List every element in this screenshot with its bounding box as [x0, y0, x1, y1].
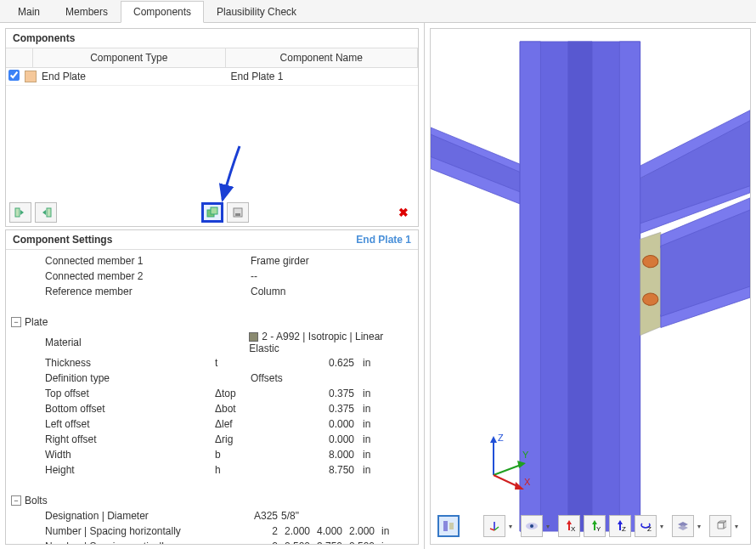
svg-marker-15	[568, 42, 592, 531]
dropdown-icon[interactable]: ▾	[546, 523, 555, 530]
svg-marker-46	[678, 525, 688, 530]
save-button[interactable]	[227, 202, 249, 223]
end-plate-render	[640, 232, 661, 335]
col-name: Component Name	[226, 48, 419, 67]
tab-members[interactable]: Members	[53, 1, 121, 23]
svg-text:Z: Z	[498, 434, 504, 443]
prop-connected-2[interactable]: Connected member 2 --	[6, 269, 418, 284]
svg-marker-20	[490, 436, 497, 443]
prop-material[interactable]: Material 2 - A992 | Isotropic | Linear E…	[6, 330, 418, 355]
move-right-button[interactable]	[35, 202, 57, 223]
collapse-icon[interactable]: −	[11, 495, 21, 506]
svg-marker-42	[618, 520, 623, 524]
view-eye-button[interactable]	[521, 515, 543, 537]
viewport-toolbar: ▾ ▾ X Y Z Z ▾ ▾ ▾	[437, 515, 743, 537]
svg-rect-28	[443, 521, 448, 531]
svg-text:Z: Z	[647, 525, 652, 532]
dropdown-icon[interactable]: ▾	[697, 523, 706, 530]
svg-point-34	[530, 524, 533, 528]
svg-text:Y: Y	[596, 525, 601, 532]
components-columns: Component Type Component Name	[6, 48, 418, 68]
prop-bot-off[interactable]: Bottom offset Δbot 0.375 in	[6, 401, 418, 416]
tab-bar: Main Members Components Plausibility Che…	[0, 0, 756, 23]
svg-marker-23	[517, 461, 526, 468]
svg-rect-5	[235, 213, 240, 216]
tab-components[interactable]: Components	[121, 1, 204, 23]
svg-line-22	[494, 465, 521, 475]
section-bolts[interactable]: − Bolts	[6, 493, 418, 508]
settings-panel: Component Settings End Plate 1 Connected…	[5, 229, 419, 545]
view-rotate-z-button[interactable]: Z	[635, 515, 657, 537]
prop-spacing-v[interactable]: Number | Spacing vertically 2 2.500 3.75…	[6, 539, 418, 545]
row-type: End Plate	[40, 71, 229, 82]
dropdown-icon[interactable]: ▾	[660, 523, 669, 530]
axis-gizmo: Z Y X	[473, 434, 533, 496]
svg-marker-36	[567, 520, 572, 524]
prop-spacing-h[interactable]: Number | Spacing horizontally 2 2.000 4.…	[6, 524, 418, 539]
section-plate[interactable]: − Plate	[6, 314, 418, 330]
prop-right-off[interactable]: Right offset Δrig 0.000 in	[6, 432, 418, 447]
components-toolbar: ✖	[6, 199, 418, 226]
svg-marker-49	[724, 521, 726, 529]
collapse-icon[interactable]: −	[11, 317, 21, 327]
row-checkbox[interactable]	[8, 70, 20, 81]
settings-header: Component Settings End Plate 1	[6, 230, 418, 250]
svg-marker-39	[592, 520, 597, 524]
row-name: End Plate 1	[229, 71, 419, 82]
svg-text:Y: Y	[522, 450, 529, 460]
bolt-render	[643, 293, 658, 305]
view-y-button[interactable]: Y	[584, 515, 606, 537]
dropdown-icon[interactable]: ▾	[509, 523, 517, 530]
svg-marker-26	[515, 482, 524, 490]
svg-rect-0	[15, 208, 20, 217]
svg-marker-14	[619, 42, 640, 531]
prop-def-type[interactable]: Definition type Offsets	[6, 371, 418, 386]
settings-title: Component Settings	[13, 234, 112, 246]
view-axis-button[interactable]	[483, 515, 505, 537]
components-title: Components	[13, 32, 75, 44]
prop-left-off[interactable]: Left offset Δlef 0.000 in	[6, 416, 418, 432]
dropdown-icon[interactable]: ▾	[735, 523, 743, 530]
prop-width[interactable]: Width b 8.000 in	[6, 447, 418, 462]
view-z-button[interactable]: Z	[609, 515, 631, 537]
svg-rect-3	[211, 207, 217, 214]
view-x-button[interactable]: X	[558, 515, 580, 537]
row-color-swatch	[25, 71, 37, 82]
prop-height[interactable]: Height h 8.750 in	[6, 462, 418, 478]
library-button[interactable]	[201, 202, 223, 223]
components-header: Components	[6, 29, 418, 48]
material-swatch	[249, 332, 258, 342]
components-panel: Components Component Type Component Name…	[5, 28, 419, 227]
svg-marker-47	[718, 523, 724, 529]
svg-line-25	[494, 475, 519, 487]
prop-connected-1[interactable]: Connected member 1 Frame girder	[6, 253, 418, 269]
svg-rect-29	[449, 523, 454, 529]
prop-top-off[interactable]: Top offset Δtop 0.375 in	[6, 386, 418, 401]
bolt-render	[643, 256, 658, 268]
tab-main[interactable]: Main	[5, 1, 53, 23]
prop-reference[interactable]: Reference member Column	[6, 284, 418, 299]
view-mode-button[interactable]	[437, 515, 460, 537]
view-cube-button[interactable]	[709, 515, 731, 537]
tab-plausibility[interactable]: Plausibility Check	[204, 1, 309, 23]
move-left-button[interactable]	[9, 202, 31, 223]
viewport-3d[interactable]: Z Y X ▾ ▾ X Y Z Z ▾	[430, 28, 751, 545]
prop-thickness[interactable]: Thickness t 0.625 in	[6, 355, 418, 371]
svg-text:X: X	[571, 525, 575, 532]
svg-rect-1	[47, 208, 51, 217]
component-row[interactable]: End Plate End Plate 1	[6, 68, 418, 86]
settings-subtitle: End Plate 1	[356, 234, 411, 246]
col-type: Component Type	[33, 48, 226, 67]
svg-text:X: X	[524, 477, 531, 487]
prop-designation[interactable]: Designation | Diameter A325 5/8"	[6, 508, 418, 524]
svg-text:Z: Z	[622, 525, 626, 532]
view-layers-button[interactable]	[672, 515, 694, 537]
delete-button[interactable]: ✖	[392, 202, 415, 223]
